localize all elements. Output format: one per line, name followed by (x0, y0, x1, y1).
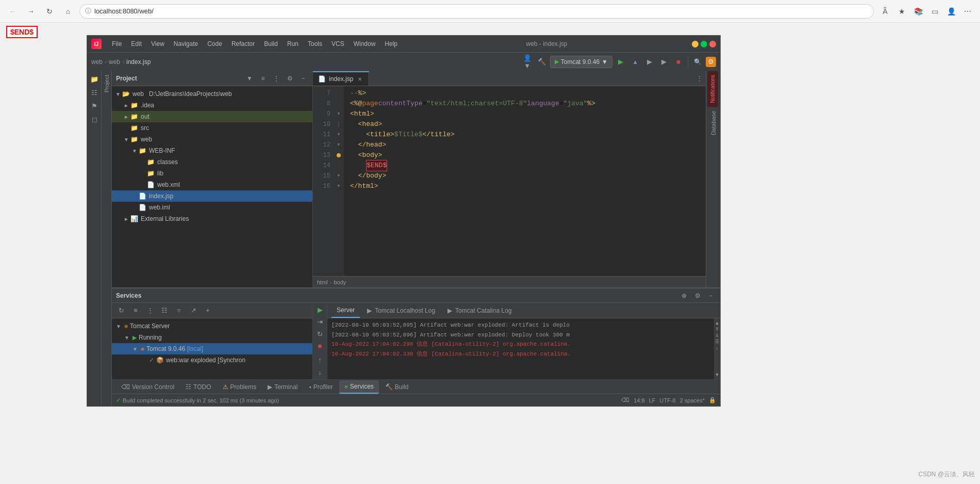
url-text: localhost:8080/web/ (94, 7, 154, 15)
reading-mode-button[interactable]: Â (878, 4, 892, 19)
browser-chrome: ← → ↻ ⌂ ⓘ localhost:8080/web/ Â ★ 📚 ▭ 👤… (0, 0, 980, 23)
info-icon: ⓘ (85, 7, 91, 15)
home-button[interactable]: ⌂ (61, 4, 75, 19)
back-button[interactable]: ← (5, 4, 20, 19)
forward-button[interactable]: → (24, 4, 38, 19)
sidebar-button[interactable]: ▭ (927, 4, 942, 19)
profile-button[interactable]: 👤 (944, 4, 958, 19)
more-button[interactable]: ⋯ (960, 4, 975, 19)
collections-button[interactable]: 📚 (911, 4, 925, 19)
address-bar[interactable]: ⓘ localhost:8080/web/ (79, 4, 874, 19)
reload-button[interactable]: ↻ (42, 4, 57, 19)
favorites-button[interactable]: ★ (894, 4, 909, 19)
browser-actions: Â ★ 📚 ▭ 👤 ⋯ (878, 4, 975, 19)
